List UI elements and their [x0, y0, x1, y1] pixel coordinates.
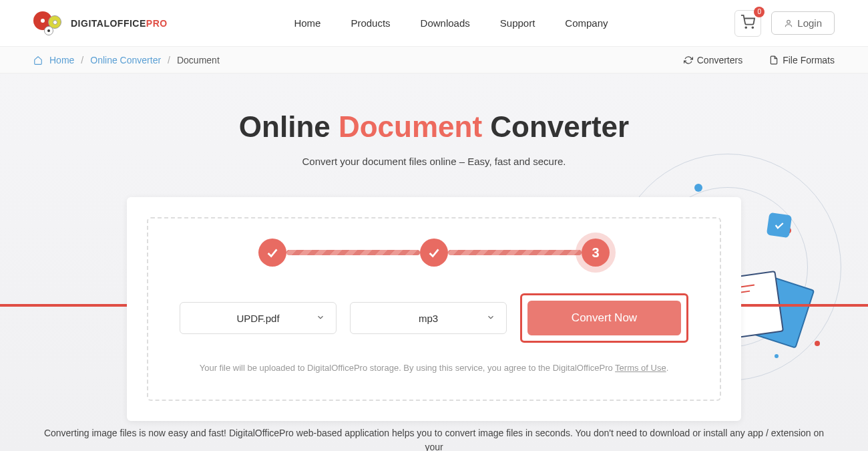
convert-highlight: Convert Now [520, 293, 688, 343]
logo-text: DIGITALOFFICEPRO [71, 18, 168, 29]
chevron-down-icon [486, 313, 495, 324]
fileformats-label: File Formats [783, 55, 835, 65]
logo-icon [33, 10, 65, 37]
login-button[interactable]: Login [771, 11, 835, 35]
breadcrumb-home[interactable]: Home [49, 55, 74, 65]
step-bar-2 [448, 250, 582, 255]
header-right: 0 Login [734, 10, 835, 37]
breadcrumb-current: Document [177, 55, 220, 65]
terms-link[interactable]: Terms of Use [615, 363, 666, 373]
converters-link[interactable]: Converters [684, 55, 742, 65]
bottom-description: Converting image files is now easy and f… [0, 426, 868, 451]
breadcrumb: Home / Online Converter / Document [33, 55, 220, 65]
converters-label: Converters [697, 55, 742, 65]
file-select-value: UPDF.pdf [236, 313, 279, 324]
format-select-value: mp3 [419, 313, 438, 324]
svg-point-2 [787, 20, 791, 23]
nav-company[interactable]: Company [565, 17, 608, 29]
logo-main: DIGITALOFFICE [71, 18, 146, 29]
breadcrumb-converter[interactable]: Online Converter [90, 55, 161, 65]
terms-pre: Your file will be uploaded to DigitalOff… [200, 363, 615, 373]
step-2 [420, 239, 448, 267]
chevron-down-icon [316, 313, 325, 324]
stepper: 3 [175, 239, 693, 267]
terms-suffix: . [666, 363, 669, 373]
title-accent: Document [339, 110, 482, 143]
converter-card: 3 UPDF.pdf mp3 Convert Now [127, 197, 741, 421]
file-select[interactable]: UPDF.pdf [180, 302, 337, 334]
cart-button[interactable]: 0 [734, 10, 761, 37]
logo[interactable]: DIGITALOFFICEPRO [33, 10, 168, 37]
page-title: Online Document Converter [0, 73, 868, 144]
step-1 [258, 239, 286, 267]
refresh-icon [684, 55, 693, 65]
header: DIGITALOFFICEPRO Home Products Downloads… [0, 0, 868, 47]
svg-point-1 [752, 27, 754, 28]
step-bar-1 [286, 250, 420, 255]
cart-icon [740, 15, 755, 29]
nav-support[interactable]: Support [500, 17, 535, 29]
subbar-right: Converters File Formats [684, 55, 835, 65]
title-post: Converter [482, 110, 629, 143]
logo-suffix: PRO [146, 18, 168, 29]
nav-products[interactable]: Products [351, 17, 390, 29]
format-select[interactable]: mp3 [350, 302, 507, 334]
breadcrumb-sep: / [168, 55, 170, 65]
hero: Online Document Converter Convert your d… [0, 73, 868, 451]
login-label: Login [797, 17, 822, 29]
main-nav: Home Products Downloads Support Company [294, 17, 608, 29]
home-icon[interactable] [33, 55, 43, 65]
cart-badge: 0 [754, 7, 765, 17]
controls-row: UPDF.pdf mp3 Convert Now [175, 293, 693, 343]
page-subtitle: Convert your document files online – Eas… [0, 156, 868, 167]
nav-downloads[interactable]: Downloads [421, 17, 470, 29]
fileformats-link[interactable]: File Formats [769, 55, 835, 65]
user-icon [784, 19, 793, 28]
nav-home[interactable]: Home [294, 17, 320, 29]
step-3: 3 [582, 239, 610, 267]
file-icon [769, 55, 779, 65]
svg-point-0 [746, 27, 747, 28]
terms-text: Your file will be uploaded to DigitalOff… [175, 363, 693, 373]
subbar: Home / Online Converter / Document Conve… [0, 47, 868, 73]
convert-button[interactable]: Convert Now [527, 301, 681, 335]
title-pre: Online [239, 110, 339, 143]
dropzone[interactable]: 3 UPDF.pdf mp3 Convert Now [147, 217, 721, 401]
breadcrumb-sep: / [81, 55, 83, 65]
